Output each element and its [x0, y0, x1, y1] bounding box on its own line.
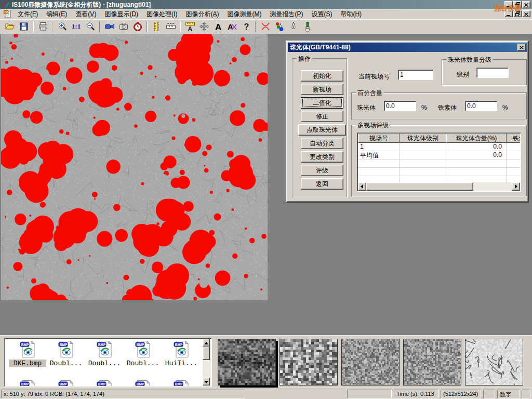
brush-button[interactable] [300, 20, 314, 33]
scroll-left-button[interactable] [358, 182, 366, 191]
table-row-1[interactable]: 平均值0.0 [358, 151, 520, 159]
table-header: 视场号珠光体级别珠光体含量(%)铁素体 [358, 134, 520, 143]
close-button[interactable] [522, 1, 530, 8]
file-label: Doubl... [86, 360, 123, 367]
close-icon [524, 1, 528, 8]
file-item-2[interactable]: BMPDoubl... [47, 340, 85, 367]
op-button-点取珠光体[interactable]: 点取珠光体 [298, 124, 346, 136]
file-item-5[interactable]: BMPHuiTi... [163, 340, 200, 367]
arrow-left-icon [361, 183, 364, 190]
table-row-4[interactable] [358, 176, 520, 182]
status-panel-5: 数字 [497, 390, 520, 398]
file-item-3[interactable]: BMPDoubl... [86, 340, 123, 367]
help-button[interactable]: ? [239, 20, 253, 33]
table-cell [446, 159, 507, 167]
scroll-right-button[interactable] [512, 182, 520, 191]
menu-item-v[interactable]: 查看(V) [71, 9, 100, 19]
thumbnail-1[interactable] [218, 339, 276, 385]
menu-item-f[interactable]: 文件(F) [14, 9, 42, 19]
stopwatch-button[interactable] [130, 20, 144, 33]
file-item-row2-4[interactable]: BMP [124, 380, 162, 387]
one-to-one-button[interactable]: 1:1 [69, 20, 83, 33]
dialog-titlebar[interactable]: 珠光体(GB/T9441-88) [288, 43, 527, 52]
child-close-button[interactable] [522, 10, 530, 17]
pearlite-input[interactable] [384, 101, 416, 111]
op-button-新视场[interactable]: 新视场 [301, 84, 343, 95]
ferrite-input[interactable] [465, 101, 497, 111]
table-hscrollbar[interactable] [358, 182, 520, 191]
file-item-row2-1[interactable]: BMP [9, 380, 46, 387]
save-button[interactable] [17, 20, 31, 33]
op-button-返回[interactable]: 返回 [301, 178, 343, 190]
vscroll-thumb[interactable] [203, 347, 210, 360]
open-button[interactable] [3, 20, 17, 33]
file-item-row2-2[interactable]: BMP [47, 380, 85, 387]
scroll-up-button[interactable] [203, 339, 210, 347]
menu-item-i[interactable]: 图像处理(I) [142, 9, 181, 19]
op-button-更改类别[interactable]: 更改类别 [301, 151, 343, 163]
menu-item-h[interactable]: 帮助(H) [336, 9, 366, 19]
pen-button[interactable] [286, 20, 300, 33]
menu-item-e[interactable]: 编辑(E) [42, 9, 71, 19]
op-button-二值化[interactable]: 二值化 [301, 97, 343, 109]
photo-camera-button[interactable] [116, 20, 130, 33]
vendor-watermark: 邢台仪器 [494, 4, 521, 13]
text-delete-button[interactable]: A [225, 20, 239, 33]
op-button-自动分类[interactable]: 自动分类 [301, 138, 343, 149]
current-field-input[interactable] [398, 70, 433, 80]
thumbnail-4[interactable] [403, 339, 461, 385]
menu-item-a[interactable]: 图像分析(A) [181, 9, 223, 19]
ruler-text-button[interactable]: A [183, 20, 197, 33]
video-camera-button[interactable] [102, 20, 116, 33]
menu-item-s[interactable]: 设置(S) [307, 9, 336, 19]
menu-item-p[interactable]: 测量报告(P) [265, 9, 307, 19]
close-icon [520, 44, 524, 51]
statusbar: x: 510 y: 79 idx: 0 RGB: (174, 174, 174)… [0, 388, 532, 399]
move-button[interactable] [197, 20, 211, 33]
table-row-2[interactable] [358, 159, 520, 168]
dialog-close-button[interactable] [517, 44, 526, 51]
table-header-col-2[interactable]: 珠光体含量(%) [446, 134, 507, 143]
text-button[interactable]: A [211, 20, 225, 33]
ruler-horizontal-button[interactable] [164, 20, 178, 33]
op-button-修正[interactable]: 修正 [301, 111, 343, 122]
menu-item-d[interactable]: 图像显示(D) [100, 9, 142, 19]
multi-field-group: 多视场评级 视场号珠光体级别珠光体含量(%)铁素体 10.0平均值0.0 [351, 125, 527, 196]
print-button[interactable] [36, 20, 50, 33]
scroll-down-button[interactable] [203, 378, 210, 385]
curve-button[interactable] [258, 20, 272, 33]
zoom-in-button[interactable] [55, 20, 69, 33]
document-icon[interactable]: DOC [3, 9, 11, 19]
svg-text:BMP: BMP [137, 382, 144, 386]
metallographic-image[interactable] [1, 34, 268, 300]
table-header-col-1[interactable]: 珠光体级别 [400, 134, 446, 143]
table-row-3[interactable] [358, 168, 520, 176]
table-header-col-0[interactable]: 视场号 [358, 134, 400, 143]
file-item-1[interactable]: BMPDKF.bmp [9, 340, 46, 367]
hscroll-thumb[interactable] [366, 182, 473, 191]
table-cell [400, 151, 446, 159]
file-item-4[interactable]: BMPDoubl... [124, 340, 162, 367]
file-item-row2-5[interactable]: BMP [163, 380, 200, 387]
thumbnail-3[interactable] [341, 339, 400, 385]
table-row-0[interactable]: 10.0 [358, 143, 520, 151]
file-browser[interactable]: BMPDKF.bmpBMPDoubl...BMPDoubl...BMPDoubl… [4, 338, 212, 387]
file-vscrollbar[interactable] [203, 339, 211, 385]
toolbar-separator [180, 21, 181, 32]
thumbnail-2[interactable] [280, 339, 338, 385]
classify-dots-button[interactable]: 13 [272, 20, 286, 33]
op-button-评级[interactable]: 评级 [301, 165, 343, 176]
bmp-file-icon: BMP [134, 340, 152, 359]
table-header-col-3[interactable]: 铁素体 [507, 134, 520, 143]
table-body: 10.0平均值0.0 [358, 143, 520, 182]
file-item-row2-3[interactable]: BMP [86, 380, 123, 387]
zoom-out-button[interactable] [83, 20, 97, 33]
menubar: DOC 文件(F)编辑(E)查看(V)图像显示(D)图像处理(I)图像分析(A)… [0, 9, 532, 19]
menu-item-m[interactable]: 图像测量(M) [223, 9, 265, 19]
ruler-vertical-button[interactable] [150, 20, 164, 33]
status-panel-6 [522, 390, 530, 398]
grade-input[interactable] [476, 68, 509, 78]
op-button-初始化[interactable]: 初始化 [301, 70, 343, 82]
toolbar: 1:1AAA?13 [0, 19, 532, 34]
thumbnail-5[interactable] [465, 339, 523, 385]
